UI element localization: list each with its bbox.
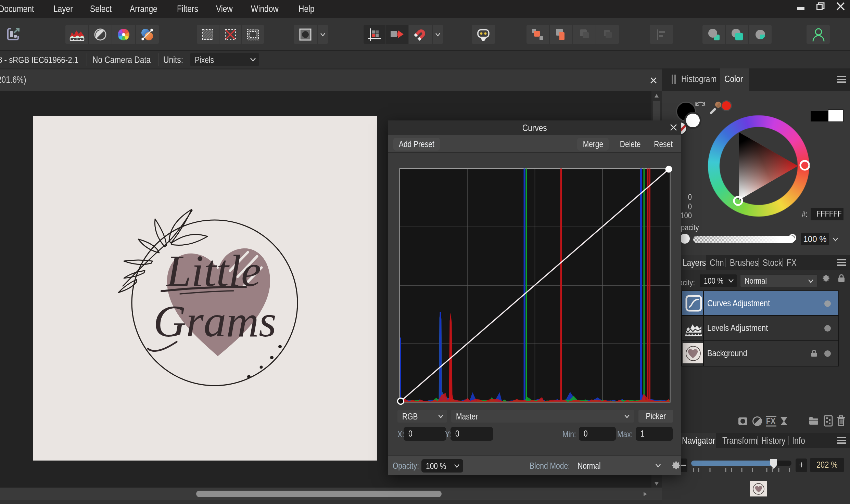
svg-text:Grams: Grams — [153, 296, 276, 346]
svg-text:FX: FX — [766, 416, 776, 426]
